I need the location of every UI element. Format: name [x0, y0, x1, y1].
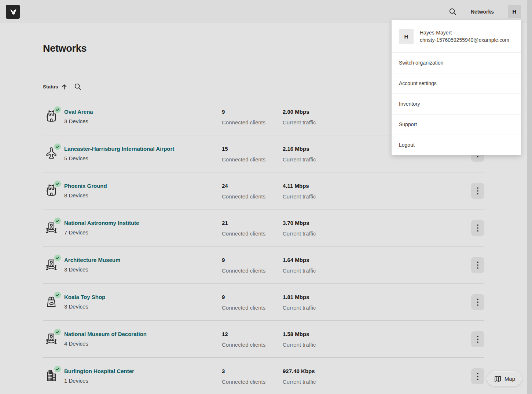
map-icon	[494, 375, 502, 383]
connected-clients-label: Connected clients	[222, 193, 265, 200]
network-name-link[interactable]: National Museum of Decoration	[64, 331, 147, 337]
menu-item-switch-organization[interactable]: Switch organization	[392, 52, 521, 73]
network-name-link[interactable]: Koala Toy Shop	[64, 294, 105, 300]
map-button[interactable]: Map	[487, 371, 522, 386]
current-traffic-label: Current traffic	[283, 379, 316, 385]
connected-clients-value: 9	[222, 257, 265, 263]
topbar: Networks H	[0, 0, 532, 23]
connected-clients-value: 9	[222, 109, 265, 115]
connected-clients-label: Connected clients	[222, 156, 265, 163]
account-menu-user-info: H Hayes-Mayert christy-1576059255940@exa…	[392, 20, 521, 52]
row-actions-kebab-button[interactable]	[471, 183, 484, 199]
network-row: Burlington Hospital Center 1 Devices 3 C…	[43, 358, 484, 394]
connected-clients-value: 3	[222, 368, 265, 374]
topbar-nav-networks[interactable]: Networks	[471, 9, 494, 15]
page-title: Networks	[43, 43, 87, 54]
current-traffic-value: 1.81 Mbps	[283, 294, 316, 300]
status-online-check-icon	[54, 143, 61, 150]
account-email: christy-1576059255940@example.com	[420, 37, 509, 43]
status-online-check-icon	[54, 180, 61, 187]
network-row: Koala Toy Shop 3 Devices 9 Connected cli…	[43, 284, 484, 321]
sort-label: Status	[43, 84, 58, 90]
connected-clients-value: 15	[222, 146, 265, 152]
app-logo[interactable]	[6, 5, 20, 19]
avatar: H	[399, 29, 414, 44]
device-count: 1 Devices	[64, 377, 88, 384]
network-name-link[interactable]: Oval Arena	[64, 109, 93, 115]
device-count: 7 Devices	[64, 229, 88, 236]
connected-clients-label: Connected clients	[222, 379, 265, 385]
current-traffic-value: 2.16 Mbps	[283, 146, 316, 152]
current-traffic-value: 1.64 Mbps	[283, 257, 316, 263]
connected-clients-label: Connected clients	[222, 304, 265, 311]
user-avatar[interactable]: H	[508, 5, 521, 18]
connected-clients-label: Connected clients	[222, 119, 265, 125]
network-name-link[interactable]: Architecture Museum	[64, 257, 120, 263]
sort-by-status-control[interactable]: Status	[43, 83, 68, 90]
list-search-icon[interactable]	[74, 83, 82, 91]
device-count: 5 Devices	[64, 155, 88, 161]
current-traffic-label: Current traffic	[283, 193, 316, 200]
menu-item-inventory[interactable]: Inventory	[392, 94, 521, 114]
status-online-check-icon	[54, 329, 61, 335]
row-actions-kebab-button[interactable]	[471, 220, 484, 236]
list-controls: Status	[43, 81, 82, 92]
device-count: 8 Devices	[64, 192, 88, 198]
network-row: Architecture Museum 3 Devices 9 Connecte…	[43, 247, 484, 284]
network-name-link[interactable]: Lancaster-Harrisburg International Airpo…	[64, 146, 174, 152]
device-count: 3 Devices	[64, 266, 88, 273]
map-button-label: Map	[505, 376, 515, 382]
current-traffic-label: Current traffic	[283, 342, 316, 348]
network-name-link[interactable]: Burlington Hospital Center	[64, 368, 134, 374]
connected-clients-value: 12	[222, 331, 265, 337]
network-row: National Astronomy Institute 7 Devices 2…	[43, 209, 484, 247]
sort-ascending-arrow-icon	[61, 83, 68, 90]
network-row: Phoenix Ground 8 Devices 24 Connected cl…	[43, 172, 484, 209]
menu-item-support[interactable]: Support	[392, 114, 521, 135]
logo-creature-icon	[8, 7, 18, 17]
vertical-scrollbar[interactable]	[527, 0, 532, 394]
current-traffic-label: Current traffic	[283, 156, 316, 163]
connected-clients-label: Connected clients	[222, 230, 265, 237]
device-count: 4 Devices	[64, 340, 88, 347]
search-icon[interactable]	[448, 7, 457, 16]
device-count: 3 Devices	[64, 118, 88, 124]
connected-clients-value: 9	[222, 294, 265, 300]
menu-item-account-settings[interactable]: Account settings	[392, 73, 521, 94]
status-online-check-icon	[54, 218, 61, 224]
menu-item-logout[interactable]: Logout	[392, 135, 521, 155]
network-name-link[interactable]: Phoenix Ground	[64, 183, 107, 189]
network-name-link[interactable]: National Astronomy Institute	[64, 220, 139, 226]
connected-clients-label: Connected clients	[222, 342, 265, 348]
current-traffic-value: 3.70 Mbps	[283, 220, 316, 226]
account-menu: H Hayes-Mayert christy-1576059255940@exa…	[392, 20, 521, 155]
topbar-right: Networks H	[448, 0, 521, 23]
status-online-check-icon	[54, 366, 61, 372]
current-traffic-label: Current traffic	[283, 267, 316, 274]
account-name: Hayes-Mayert	[420, 29, 509, 36]
row-actions-kebab-button[interactable]	[471, 368, 484, 384]
row-actions-kebab-button[interactable]	[471, 257, 484, 273]
current-traffic-value: 927.40 Kbps	[283, 368, 316, 374]
current-traffic-label: Current traffic	[283, 304, 316, 311]
current-traffic-value: 1.58 Mbps	[283, 331, 316, 337]
connected-clients-value: 21	[222, 220, 265, 226]
status-online-check-icon	[54, 106, 61, 113]
current-traffic-label: Current traffic	[283, 230, 316, 237]
current-traffic-value: 2.00 Mbps	[283, 109, 316, 115]
current-traffic-value: 4.11 Mbps	[283, 183, 316, 189]
network-row: National Museum of Decoration 4 Devices …	[43, 321, 484, 358]
current-traffic-label: Current traffic	[283, 119, 316, 125]
device-count: 3 Devices	[64, 303, 88, 310]
row-actions-kebab-button[interactable]	[471, 331, 484, 347]
status-online-check-icon	[54, 255, 61, 261]
row-actions-kebab-button[interactable]	[471, 294, 484, 310]
connected-clients-label: Connected clients	[222, 267, 265, 274]
status-online-check-icon	[54, 292, 61, 298]
connected-clients-value: 24	[222, 183, 265, 189]
